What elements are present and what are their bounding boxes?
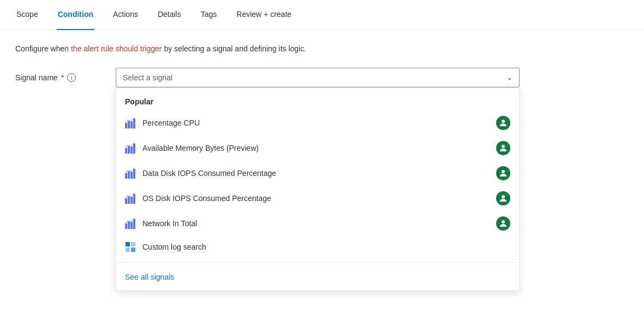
signal-dropdown-menu: Popular Percentage CPU	[116, 88, 520, 291]
nav-item-review-create[interactable]: Review + create	[235, 0, 293, 30]
list-item[interactable]: Percentage CPU	[116, 110, 519, 136]
person-circle-icon	[496, 166, 510, 180]
chart-icon	[125, 193, 137, 204]
chart-icon	[125, 143, 137, 154]
item-label: Data Disk IOPS Consumed Percentage	[142, 169, 276, 178]
chart-icon	[125, 117, 137, 128]
svg-rect-20	[125, 223, 127, 229]
svg-point-19	[502, 195, 505, 198]
person-circle-icon	[496, 216, 510, 231]
list-item[interactable]: Data Disk IOPS Consumed Percentage	[116, 161, 519, 186]
svg-rect-8	[133, 144, 135, 154]
nav-label-scope: Scope	[16, 10, 38, 19]
nav-item-tags[interactable]: Tags	[200, 0, 218, 30]
signal-name-field-row: Signal name * i Select a signal ⌄ Popula…	[15, 68, 629, 87]
svg-rect-16	[128, 196, 130, 204]
nav-item-scope[interactable]: Scope	[15, 0, 39, 30]
description-prefix: Configure when	[15, 44, 71, 53]
required-marker: *	[61, 73, 64, 82]
list-item[interactable]: Available Memory Bytes (Preview)	[116, 136, 519, 161]
svg-rect-2	[130, 121, 133, 128]
svg-point-4	[502, 120, 505, 123]
description-highlighted: the alert rule should trigger	[71, 44, 162, 53]
nav-label-actions: Actions	[113, 10, 138, 19]
item-left: Percentage CPU	[125, 117, 200, 128]
label-text: Signal name	[15, 73, 58, 82]
svg-point-24	[502, 220, 505, 223]
info-icon[interactable]: i	[67, 73, 76, 82]
nav-label-review-create: Review + create	[236, 10, 291, 19]
top-navigation: Scope Condition Actions Details Tags Rev…	[0, 0, 644, 30]
main-content: Configure when the alert rule should tri…	[0, 30, 644, 98]
svg-point-9	[502, 145, 505, 148]
item-label: Percentage CPU	[142, 119, 200, 127]
svg-rect-15	[125, 198, 127, 204]
svg-rect-1	[128, 120, 130, 128]
description-text: Configure when the alert rule should tri…	[15, 43, 629, 55]
svg-rect-6	[128, 145, 130, 154]
signal-dropdown-container: Select a signal ⌄ Popular	[116, 68, 520, 87]
svg-rect-28	[131, 248, 135, 252]
list-item[interactable]: Custom log search	[116, 236, 519, 258]
svg-rect-27	[126, 248, 130, 252]
svg-rect-7	[130, 146, 133, 154]
nav-label-condition: Condition	[58, 10, 93, 19]
nav-item-actions[interactable]: Actions	[112, 0, 139, 30]
dropdown-placeholder: Select a signal	[123, 73, 172, 82]
signal-name-label: Signal name * i	[15, 68, 103, 82]
signal-dropdown-trigger[interactable]: Select a signal ⌄	[116, 68, 520, 87]
description-suffix: by selecting a signal and defining its l…	[164, 44, 306, 53]
dropdown-divider	[116, 262, 519, 263]
item-left: OS Disk IOPS Consumed Percentage	[125, 193, 271, 204]
list-item[interactable]: OS Disk IOPS Consumed Percentage	[116, 186, 519, 211]
svg-rect-10	[125, 173, 127, 179]
svg-rect-26	[131, 242, 135, 246]
chevron-down-icon: ⌄	[507, 74, 512, 81]
list-item[interactable]: Network In Total	[116, 211, 519, 236]
nav-label-tags: Tags	[201, 10, 217, 19]
person-circle-icon	[496, 116, 510, 130]
chart-icon	[125, 168, 137, 179]
svg-rect-3	[133, 119, 135, 128]
svg-rect-13	[133, 169, 135, 179]
custom-log-icon	[125, 242, 137, 252]
chart-icon	[125, 218, 137, 229]
svg-rect-5	[125, 148, 127, 154]
item-left: Network In Total	[125, 218, 197, 229]
item-left: Data Disk IOPS Consumed Percentage	[125, 168, 276, 179]
svg-rect-0	[125, 123, 127, 128]
person-circle-icon	[496, 141, 510, 155]
nav-item-details[interactable]: Details	[157, 0, 182, 30]
svg-rect-18	[133, 194, 135, 204]
svg-rect-12	[130, 172, 133, 179]
item-label: Custom log search	[142, 243, 206, 251]
svg-rect-21	[128, 221, 130, 229]
svg-rect-11	[128, 170, 130, 179]
item-left: Available Memory Bytes (Preview)	[125, 143, 259, 154]
svg-rect-23	[133, 219, 135, 229]
svg-rect-22	[130, 222, 133, 229]
nav-label-details: Details	[158, 10, 181, 19]
svg-point-14	[502, 170, 505, 173]
item-label: Network In Total	[142, 219, 197, 228]
see-all-signals-link[interactable]: See all signals	[116, 267, 519, 290]
nav-item-condition[interactable]: Condition	[57, 0, 94, 30]
svg-rect-17	[130, 197, 133, 204]
popular-section-header: Popular	[116, 89, 519, 110]
item-left: Custom log search	[125, 242, 206, 252]
item-label: Available Memory Bytes (Preview)	[142, 144, 259, 152]
svg-rect-25	[126, 242, 130, 246]
person-circle-icon	[496, 191, 510, 205]
item-label: OS Disk IOPS Consumed Percentage	[142, 194, 271, 203]
